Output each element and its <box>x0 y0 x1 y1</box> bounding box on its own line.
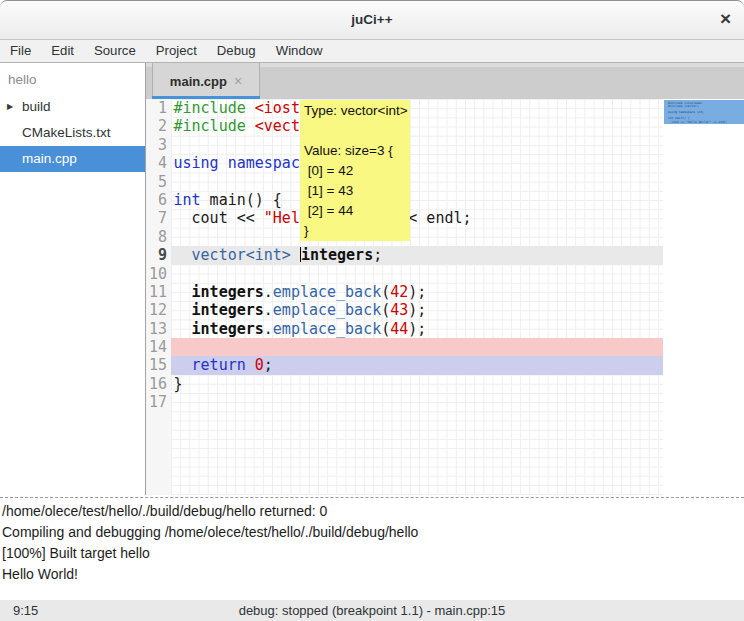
tree-item-label: build <box>22 99 51 114</box>
line-number: 17 <box>146 393 171 411</box>
code-line[interactable]: integers.emplace_back(44); <box>171 320 663 338</box>
code-token: ( <box>381 320 390 338</box>
code-token: integers <box>301 246 373 264</box>
menu-item-debug[interactable]: Debug <box>207 40 266 62</box>
close-icon[interactable]: × <box>720 1 731 37</box>
file-tree: ▶buildCMakeLists.txtmain.cpp <box>0 94 145 172</box>
title-bar[interactable]: juCi++ × <box>0 0 744 40</box>
code-editor[interactable]: #include <iostream>#include <vector>usin… <box>171 99 663 495</box>
line-number: 4 <box>146 154 171 172</box>
minimap[interactable]: #include <iostream> #include <vector> us… <box>663 99 744 495</box>
code-token: emplace_back <box>273 301 381 319</box>
line-number: 2 <box>146 117 171 135</box>
code-token <box>246 99 255 117</box>
line-number: 9 <box>146 246 171 264</box>
minimap-slider[interactable]: #include <iostream> #include <vector> us… <box>664 100 744 124</box>
line-number: 7 <box>146 209 171 227</box>
code-line[interactable] <box>171 228 663 246</box>
project-label: hello <box>0 63 145 94</box>
line-number: 10 <box>146 265 171 283</box>
tab-close-icon[interactable]: × <box>234 74 242 88</box>
line-number: 16 <box>146 375 171 393</box>
terminal-line: [100%] Built target hello <box>0 543 744 564</box>
code-line[interactable]: cout << "Hello World!" << endl; <box>171 209 663 227</box>
menu-item-source[interactable]: Source <box>84 40 146 62</box>
tooltip-line: [2] = 44 <box>304 201 410 221</box>
tooltip-line: Type: vector<int> <box>304 101 410 121</box>
code-token <box>174 283 192 301</box>
minimap-micro-text: #include <iostream> #include <vector> us… <box>668 102 744 124</box>
code-line[interactable]: using namespace std; <box>171 154 663 172</box>
line-number-gutter: 1234567891011121314151617 <box>146 99 171 495</box>
code-token: integers <box>192 283 264 301</box>
tab-main-cpp[interactable]: main.cpp × <box>152 63 260 99</box>
code-line[interactable] <box>171 173 663 191</box>
tooltip-line: } <box>304 221 410 241</box>
code-token <box>246 117 255 135</box>
line-number: 1 <box>146 99 171 117</box>
code-token: integers <box>192 301 264 319</box>
code-token: ); <box>408 320 426 338</box>
code-token: emplace_back <box>273 283 381 301</box>
line-number: 5 <box>146 173 171 191</box>
tree-item-label: CMakeLists.txt <box>22 125 111 140</box>
code-line[interactable]: return 0; <box>171 356 663 374</box>
code-token: int <box>174 191 201 209</box>
splitter-dashed-line <box>0 497 744 498</box>
line-number: 11 <box>146 283 171 301</box>
code-line[interactable] <box>171 265 663 283</box>
code-line[interactable]: vector<int> integers; <box>171 246 663 264</box>
code-token: cout << <box>174 209 264 227</box>
sidebar-item-cmakelists-txt[interactable]: CMakeLists.txt <box>0 120 145 146</box>
code-line[interactable] <box>171 393 663 411</box>
code-token: . <box>264 320 273 338</box>
debug-value-tooltip: Type: vector<int>Value: size=3 { [0] = 4… <box>300 100 410 241</box>
code-token: ; <box>373 246 382 264</box>
window-title: juCi++ <box>0 1 744 39</box>
code-line[interactable]: int main() { <box>171 191 663 209</box>
menu-item-project[interactable]: Project <box>146 40 207 62</box>
code-token: 42 <box>390 283 408 301</box>
code-token <box>246 356 255 374</box>
expander-icon[interactable]: ▶ <box>7 94 13 120</box>
code-token: using <box>174 154 219 172</box>
code-token: ( <box>381 301 390 319</box>
code-line[interactable] <box>171 338 663 356</box>
code-token: ( <box>381 283 390 301</box>
terminal-line: Hello World! <box>0 564 744 585</box>
menu-item-window[interactable]: Window <box>266 40 333 62</box>
code-token: ); <box>408 301 426 319</box>
code-line[interactable]: integers.emplace_back(42); <box>171 283 663 301</box>
code-line[interactable]: #include <iostream> <box>171 99 663 117</box>
code-token: return <box>192 356 246 374</box>
code-token <box>174 246 192 264</box>
menu-item-file[interactable]: File <box>0 40 41 62</box>
code-line[interactable]: integers.emplace_back(43); <box>171 301 663 319</box>
tab-label: main.cpp <box>170 74 227 89</box>
tooltip-line: [0] = 42 <box>304 161 410 181</box>
code-token: #include <box>174 117 246 135</box>
code-token: . <box>264 283 273 301</box>
line-number: 13 <box>146 320 171 338</box>
code-token <box>291 246 300 264</box>
terminal-line: Compiling and debugging /home/olece/test… <box>0 522 744 543</box>
code-line[interactable]: #include <vector> <box>171 117 663 135</box>
code-token <box>174 356 192 374</box>
menu-item-edit[interactable]: Edit <box>41 40 84 62</box>
code-token <box>219 154 228 172</box>
tab-bar: main.cpp × <box>146 63 744 100</box>
code-token: #include <box>174 99 246 117</box>
code-token: . <box>264 301 273 319</box>
sidebar-item-main-cpp[interactable]: main.cpp <box>0 146 145 172</box>
code-token: 43 <box>390 301 408 319</box>
code-token: vector<int> <box>192 246 291 264</box>
line-number: 6 <box>146 191 171 209</box>
terminal-output[interactable]: /home/olece/test/hello/./build/debug/hel… <box>0 501 744 600</box>
line-number: 15 <box>146 356 171 374</box>
menu-bar: FileEditSourceProjectDebugWindow <box>0 40 744 63</box>
code-token: main() { <box>201 191 282 209</box>
code-line[interactable] <box>171 136 663 154</box>
status-bar: 9:15 debug: stopped (breakpoint 1.1) - m… <box>0 600 744 621</box>
sidebar-item-build[interactable]: ▶build <box>0 94 145 120</box>
code-line[interactable]: } <box>171 375 663 393</box>
